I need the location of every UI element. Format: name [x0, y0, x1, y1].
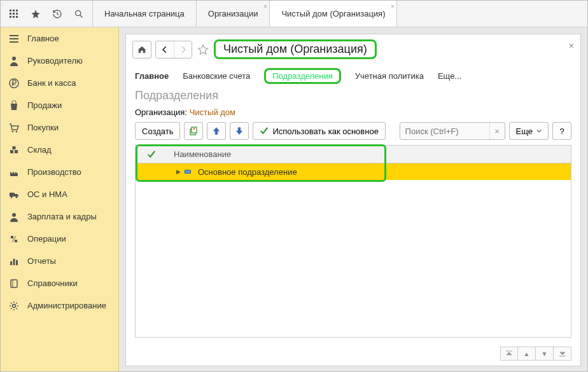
panel-close-icon[interactable]: ×: [569, 41, 574, 51]
svg-rect-18: [10, 150, 13, 153]
subtab-more[interactable]: Еще...: [438, 71, 461, 81]
more-button[interactable]: Еще: [509, 122, 549, 140]
apps-icon[interactable]: [3, 1, 25, 27]
sidebar-item-warehouse[interactable]: Склад: [1, 139, 118, 161]
copy-button[interactable]: [184, 122, 203, 140]
org-value[interactable]: Чистый дом: [190, 107, 235, 117]
help-button[interactable]: ?: [552, 122, 571, 140]
sidebar-item-label: Производство: [27, 167, 81, 177]
svg-rect-25: [10, 261, 12, 265]
top-toolbar: Начальная страница Организации × Чистый …: [1, 1, 587, 27]
back-button[interactable]: [156, 41, 174, 58]
svg-rect-20: [13, 146, 16, 149]
gear-icon: [8, 300, 20, 312]
svg-point-24: [12, 213, 16, 217]
sidebar-item-label: Главное: [27, 34, 59, 43]
sidebar-item-operations[interactable]: Операции: [1, 228, 118, 250]
subtab-policy[interactable]: Учетная политика: [355, 71, 424, 81]
sidebar-item-main[interactable]: Главное: [1, 27, 118, 50]
svg-rect-3: [10, 13, 11, 15]
subtab-divisions[interactable]: Подразделения: [264, 68, 341, 84]
scroll-top-icon[interactable]: [500, 347, 518, 361]
table-header: Наименование: [136, 146, 571, 163]
svg-point-17: [16, 130, 18, 132]
svg-rect-4: [13, 13, 15, 15]
scroll-down-icon[interactable]: ▼: [536, 347, 554, 361]
content-area: × Чистый дом (Организация): [119, 27, 587, 372]
sidebar-item-label: Продажи: [27, 100, 62, 110]
svg-rect-26: [13, 259, 15, 265]
sidebar-item-purchases[interactable]: Покупки: [1, 116, 118, 139]
home-button[interactable]: [132, 41, 151, 59]
svg-point-16: [12, 130, 14, 132]
sidebar-item-label: Зарплата и кадры: [27, 212, 97, 221]
subtab-bank[interactable]: Банковские счета: [183, 71, 250, 81]
sidebar-item-label: Отчеты: [27, 256, 56, 266]
sidebar-item-payroll[interactable]: Зарплата и кадры: [1, 205, 118, 228]
close-icon[interactable]: ×: [391, 3, 394, 10]
sidebar-item-label: Справочники: [27, 279, 78, 288]
table-row[interactable]: ▶ Основное подразделение: [136, 163, 571, 180]
svg-rect-19: [15, 150, 18, 153]
svg-point-30: [13, 304, 16, 307]
svg-rect-21: [10, 193, 15, 196]
column-check[interactable]: [136, 150, 167, 159]
search-field[interactable]: ×: [400, 122, 505, 140]
create-button[interactable]: Создать: [135, 122, 180, 140]
use-as-main-button[interactable]: Использовать как основное: [253, 122, 385, 140]
scroll-up-icon[interactable]: ▲: [518, 347, 536, 361]
ruble-icon: ₽: [8, 78, 20, 89]
tab-organization-detail[interactable]: Чистый дом (Организация) ×: [270, 1, 397, 27]
tab-organizations[interactable]: Организации ×: [197, 1, 270, 27]
tab-label: Организации: [208, 9, 258, 18]
main-panel: × Чистый дом (Организация): [125, 34, 581, 366]
subtab-main[interactable]: Главное: [135, 71, 169, 81]
person-tie-icon: [8, 55, 20, 67]
search-input[interactable]: [400, 123, 489, 139]
svg-rect-6: [10, 16, 11, 18]
boxes-icon: [8, 144, 20, 156]
sidebar-item-assets[interactable]: ОС и НМА: [1, 183, 118, 205]
forward-button[interactable]: [174, 41, 192, 58]
column-name[interactable]: Наименование: [167, 149, 571, 159]
svg-rect-1: [13, 10, 15, 11]
sidebar-item-label: Покупки: [27, 123, 59, 132]
cart-icon: [8, 122, 20, 134]
tab-bar: Начальная страница Организации × Чистый …: [93, 1, 397, 27]
svg-rect-7: [13, 16, 15, 18]
svg-rect-0: [10, 10, 11, 11]
menu-icon: [8, 33, 20, 45]
sidebar-item-sales[interactable]: Продажи: [1, 94, 118, 116]
sidebar-item-bank[interactable]: ₽ Банк и касса: [1, 72, 118, 94]
org-label: Организация:: [135, 107, 187, 117]
scroll-bottom-icon[interactable]: [554, 347, 571, 361]
svg-rect-12: [10, 41, 18, 43]
table-footer-nav: ▲ ▼: [126, 344, 580, 366]
expand-icon[interactable]: ▶: [167, 169, 193, 175]
sidebar: Главное Руководителю ₽ Банк и касса Прод…: [1, 27, 119, 372]
clear-search-icon[interactable]: ×: [489, 123, 505, 139]
section-title: Подразделения: [126, 88, 580, 106]
svg-rect-8: [16, 16, 18, 18]
move-up-button[interactable]: [207, 122, 226, 140]
sidebar-item-manager[interactable]: Руководителю: [1, 50, 118, 72]
tab-label: Начальная страница: [104, 9, 185, 18]
page-title: Чистый дом (Организация): [214, 39, 377, 59]
history-icon[interactable]: [46, 1, 68, 27]
move-down-button[interactable]: [230, 122, 249, 140]
favorite-icon[interactable]: [196, 43, 210, 57]
svg-rect-10: [10, 35, 18, 36]
close-icon[interactable]: ×: [263, 3, 267, 10]
search-icon[interactable]: [68, 1, 90, 27]
svg-point-23: [16, 196, 18, 198]
chart-icon: [8, 256, 20, 267]
tab-home[interactable]: Начальная страница: [93, 1, 197, 27]
svg-rect-27: [16, 260, 18, 265]
action-toolbar: Создать Использовать как основное ×: [126, 122, 580, 145]
sub-navigation: Главное Банковские счета Подразделения У…: [126, 64, 580, 88]
sidebar-item-production[interactable]: Производство: [1, 161, 118, 183]
sidebar-item-admin[interactable]: Администрирование: [1, 294, 118, 317]
star-icon[interactable]: [25, 1, 46, 27]
sidebar-item-references[interactable]: Справочники: [1, 272, 118, 294]
sidebar-item-reports[interactable]: Отчеты: [1, 250, 118, 272]
